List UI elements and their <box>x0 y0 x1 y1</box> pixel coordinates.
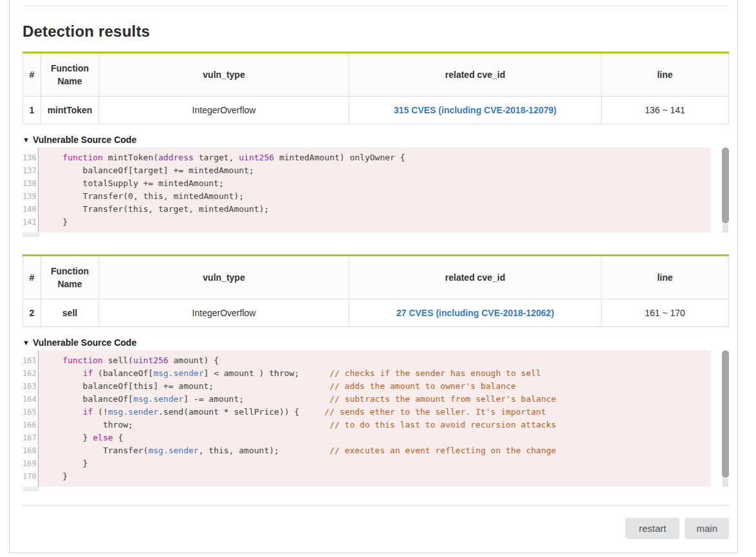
source-code-toggle[interactable]: ▼Vulnerable Source Code <box>23 337 729 348</box>
code-block-2: 161162163164165166167168169170 function … <box>23 350 729 487</box>
cell-related-cve: 315 CVES (including CVE-2018-12079) <box>349 97 602 124</box>
cell-index: 1 <box>23 97 41 124</box>
cell-vuln-type: IntegerOverflow <box>99 97 349 124</box>
table-header-row: # Function Name vuln_type related cve_id… <box>23 53 729 97</box>
cell-function-name: mintToken <box>41 97 99 124</box>
cve-link[interactable]: 315 CVES (including CVE-2018-12079) <box>394 105 557 115</box>
code-content: function sell(uint256 amount) { if (bala… <box>39 350 711 487</box>
code-content: function mintToken(address target, uint2… <box>39 147 711 232</box>
col-header-line: line <box>602 256 729 299</box>
content-card: Detection results # Function Name vuln_t… <box>9 0 738 553</box>
table-row: 1 mintToken IntegerOverflow 315 CVES (in… <box>23 97 729 124</box>
scrollbar-corner <box>23 232 39 237</box>
cell-related-cve: 27 CVES (including CVE-2018-12062) <box>349 299 602 327</box>
scrollbar-track <box>723 224 728 232</box>
code-gap <box>711 147 722 232</box>
col-header-function-name: Function Name <box>41 256 99 299</box>
code-line-numbers: 161162163164165166167168169170 <box>23 350 39 487</box>
cell-vuln-type: IntegerOverflow <box>99 299 349 327</box>
cell-function-name: sell <box>41 299 99 327</box>
col-header-function-name: Function Name <box>41 53 99 97</box>
cell-line-range: 136 ~ 141 <box>602 97 729 124</box>
col-header-vuln-type: vuln_type <box>99 53 349 97</box>
table-header-row: # Function Name vuln_type related cve_id… <box>23 256 729 299</box>
scrollbar-thumb[interactable] <box>722 350 729 478</box>
col-header-index: # <box>23 53 41 97</box>
source-code-label: Vulnerable Source Code <box>33 337 136 348</box>
code-gap <box>711 350 722 487</box>
scrollbar-track <box>723 478 728 487</box>
detection-table-1: # Function Name vuln_type related cve_id… <box>23 52 729 124</box>
detection-table-2: # Function Name vuln_type related cve_id… <box>23 254 729 327</box>
table-row: 2 sell IntegerOverflow 27 CVES (includin… <box>23 299 729 327</box>
scrollbar-corner <box>23 487 39 491</box>
code-block-1: 136137138139140141 function mintToken(ad… <box>23 147 729 232</box>
footer-divider <box>23 505 729 505</box>
collapse-triangle-icon: ▼ <box>23 339 30 346</box>
col-header-line: line <box>602 53 729 97</box>
cell-line-range: 161 ~ 170 <box>602 299 729 327</box>
page-title: Detection results <box>23 23 729 41</box>
code-scrollbar[interactable] <box>722 147 729 232</box>
cve-link[interactable]: 27 CVES (including CVE-2018-12062) <box>396 308 554 318</box>
scrollbar-thumb[interactable] <box>722 147 729 223</box>
main-button[interactable]: main <box>685 518 729 539</box>
cell-index: 2 <box>23 299 41 327</box>
code-line-numbers: 136137138139140141 <box>23 147 39 232</box>
col-header-index: # <box>23 256 41 299</box>
source-code-label: Vulnerable Source Code <box>33 135 136 145</box>
collapse-triangle-icon: ▼ <box>23 136 30 144</box>
detection-section-2: # Function Name vuln_type related cve_id… <box>23 254 729 487</box>
detection-section-1: # Function Name vuln_type related cve_id… <box>23 52 729 232</box>
code-scrollbar[interactable] <box>722 350 729 487</box>
restart-button[interactable]: restart <box>625 518 680 539</box>
col-header-related-cve: related cve_id <box>349 53 602 97</box>
source-code-toggle[interactable]: ▼Vulnerable Source Code <box>23 135 729 145</box>
footer-actions: restart main <box>23 518 729 539</box>
col-header-vuln-type: vuln_type <box>99 256 349 299</box>
top-divider <box>23 6 729 6</box>
col-header-related-cve: related cve_id <box>349 256 602 299</box>
